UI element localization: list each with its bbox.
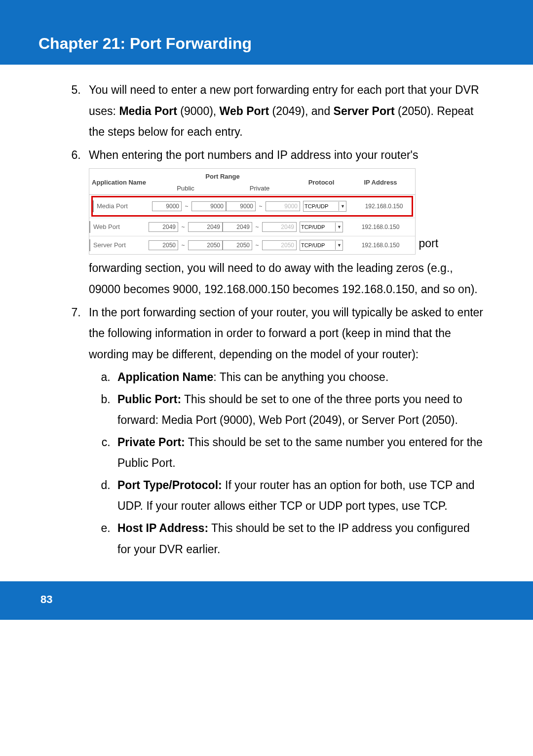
protocol-select[interactable]: TCP/UDP▼ bbox=[300, 240, 343, 251]
bold-label: Public Port: bbox=[117, 393, 181, 406]
bold-label: Host IP Address: bbox=[117, 522, 208, 534]
bold-label: Application Name bbox=[117, 371, 213, 383]
public-end-input[interactable]: 2049 bbox=[188, 222, 223, 232]
row-name: Media Port bbox=[93, 200, 152, 212]
private-end-input[interactable]: 2050 bbox=[262, 240, 297, 250]
tilde-icon: ~ bbox=[182, 201, 191, 212]
col-protocol: Protocol bbox=[297, 171, 346, 194]
header-top-margin bbox=[0, 0, 533, 28]
col-app-name: Application Name bbox=[89, 171, 149, 194]
router-row: Server Port 2050 ~ 2050 2050 ~ 2050 TCP/… bbox=[89, 236, 415, 254]
protocol-value: TCP/UDP bbox=[301, 241, 325, 250]
public-end-input[interactable]: 9000 bbox=[191, 201, 226, 211]
protocol-value: TCP/UDP bbox=[305, 202, 328, 211]
instruction-item-5: You will need to enter a new port forwar… bbox=[84, 79, 484, 143]
chevron-down-icon: ▼ bbox=[339, 202, 345, 211]
sub-item-d: Port Type/Protocol: If your router has a… bbox=[114, 475, 484, 517]
row-name: Web Port bbox=[89, 221, 149, 233]
tilde-icon: ~ bbox=[178, 240, 188, 251]
ip-value: 192.168.0.150 bbox=[346, 222, 415, 232]
tilde-icon: ~ bbox=[256, 201, 266, 212]
page-content: You will need to enter a new port forwar… bbox=[0, 65, 533, 581]
text: (9000), bbox=[177, 105, 220, 117]
chapter-header: Chapter 21: Port Forwarding bbox=[0, 28, 533, 65]
private-start-input[interactable]: 9000 bbox=[226, 201, 256, 211]
protocol-select[interactable]: TCP/UDP▼ bbox=[303, 201, 346, 212]
instruction-item-7: In the port forwarding section of your r… bbox=[84, 302, 484, 560]
text: (2049), and bbox=[269, 105, 333, 117]
public-start-input[interactable]: 2050 bbox=[149, 240, 178, 250]
private-start-input[interactable]: 2049 bbox=[223, 222, 252, 232]
col-port-range: Port Range bbox=[149, 171, 297, 183]
router-row-highlight: Media Port 9000 ~ 9000 9000 ~ 9000 TCP/U… bbox=[91, 196, 413, 217]
sub-item-b: Public Port: This should be set to one o… bbox=[114, 389, 484, 431]
protocol-select[interactable]: TCP/UDP▼ bbox=[300, 222, 343, 232]
page-footer: 83 bbox=[0, 581, 533, 620]
protocol-value: TCP/UDP bbox=[301, 223, 325, 231]
tilde-icon: ~ bbox=[252, 222, 262, 232]
bold-label: Private Port: bbox=[117, 436, 185, 449]
tilde-icon: ~ bbox=[252, 240, 262, 251]
instruction-item-6: When entering the port numbers and IP ad… bbox=[84, 145, 484, 300]
sub-list: Application Name: This can be anything y… bbox=[89, 367, 484, 560]
col-public: Public bbox=[149, 183, 223, 194]
sub-item-c: Private Port: This should be set to the … bbox=[114, 432, 484, 474]
private-start-input[interactable]: 2050 bbox=[223, 240, 252, 250]
bold-media-port: Media Port bbox=[119, 105, 177, 117]
router-table-figure: Application Name Port Range Protocol IP … bbox=[89, 168, 416, 255]
text: : This can be anything you choose. bbox=[213, 371, 388, 383]
row-name: Server Port bbox=[89, 239, 149, 251]
col-private: Private bbox=[223, 183, 297, 194]
ip-value: 192.168.0.150 bbox=[346, 240, 415, 251]
private-end-input[interactable]: 2049 bbox=[262, 222, 297, 232]
text: When entering the port numbers and IP ad… bbox=[89, 149, 419, 161]
public-start-input[interactable]: 2049 bbox=[149, 222, 178, 232]
public-end-input[interactable]: 2050 bbox=[188, 240, 223, 250]
private-end-input[interactable]: 9000 bbox=[266, 201, 300, 211]
bold-label: Port Type/Protocol: bbox=[117, 479, 222, 491]
router-row: Media Port 9000 ~ 9000 9000 ~ 9000 TCP/U… bbox=[93, 197, 412, 215]
router-header-row-1: Application Name Port Range Protocol IP … bbox=[89, 169, 415, 194]
page-number: 83 bbox=[40, 593, 52, 605]
ip-value: 192.168.0.150 bbox=[349, 201, 419, 212]
router-rows: Media Port 9000 ~ 9000 9000 ~ 9000 TCP/U… bbox=[89, 194, 415, 254]
chevron-down-icon: ▼ bbox=[335, 241, 342, 250]
sub-item-a: Application Name: This can be anything y… bbox=[114, 367, 484, 388]
bold-web-port: Web Port bbox=[220, 105, 269, 117]
col-ip: IP Address bbox=[346, 171, 415, 194]
text: In the port forwarding section of your r… bbox=[89, 306, 483, 361]
tilde-icon: ~ bbox=[178, 222, 188, 232]
instruction-list: You will need to enter a new port forwar… bbox=[49, 79, 484, 560]
router-row: Web Port 2049 ~ 2049 2049 ~ 2049 TCP/UDP… bbox=[89, 218, 415, 236]
sub-item-e: Host IP Address: This should be set to t… bbox=[114, 518, 484, 560]
bold-server-port: Server Port bbox=[334, 105, 395, 117]
chevron-down-icon: ▼ bbox=[335, 223, 342, 231]
public-start-input[interactable]: 9000 bbox=[152, 201, 182, 211]
